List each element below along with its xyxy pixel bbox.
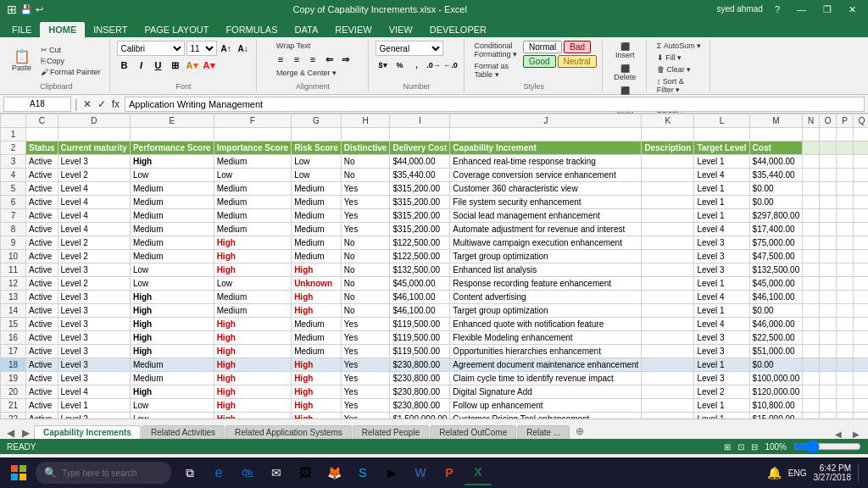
col-header-f[interactable]: F [214,114,291,128]
align-left-button[interactable]: ≡ [273,52,288,67]
fill-color-button[interactable]: A▾ [185,58,200,73]
start-button[interactable] [3,460,34,485]
insert-function-button[interactable]: fx [110,97,121,111]
fill-button[interactable]: ⬇ Fill ▾ [654,53,686,63]
border-button[interactable]: ⊞ [168,58,183,73]
quick-access-save[interactable]: 💾 [20,4,32,15]
tab-related-outcome[interactable]: Related OutCome [430,425,516,439]
currency-button[interactable]: $▾ [376,58,391,73]
number-format-select[interactable]: General [376,41,443,56]
format-table-button[interactable]: Format asTable ▾ [471,61,521,80]
tab-view[interactable]: VIEW [381,22,421,37]
close-button[interactable]: ✕ [843,4,861,15]
tab-review[interactable]: REVIEW [326,22,380,37]
add-sheet-button[interactable]: ⊕ [570,424,589,439]
italic-button[interactable]: I [134,58,149,73]
style-good-button[interactable]: Good [523,55,555,68]
conditional-formatting-button[interactable]: ConditionalFormatting ▾ [471,41,521,59]
tab-file[interactable]: FILE [3,22,40,37]
col-header-p[interactable]: P [837,114,854,128]
decrease-font-button[interactable]: A↓ [236,41,251,56]
sort-filter-button[interactable]: ↕ Sort &Filter ▾ [654,76,687,95]
delete-button[interactable]: ⬛ Delete [610,63,639,83]
col-header-o[interactable]: O [820,114,837,128]
notification-icon[interactable]: 🔔 [767,466,782,480]
tab-related-activities[interactable]: Related Activities [142,425,225,439]
search-input[interactable] [62,469,164,478]
view-normal-button[interactable]: ⊞ [724,442,731,452]
style-normal-button[interactable]: Normal [523,41,562,53]
font-family-select[interactable]: Calibri [117,41,185,56]
align-right-button[interactable]: ≡ [305,52,320,67]
col-header-i[interactable]: I [390,114,450,128]
col-header-l[interactable]: L [694,114,749,128]
firefox-button[interactable]: 🦊 [320,460,348,485]
col-header-j[interactable]: J [450,114,642,128]
show-desktop-button[interactable] [858,464,861,481]
decrease-decimal-button[interactable]: ←.0 [443,58,459,73]
col-header-m[interactable]: M [749,114,803,128]
cut-button[interactable]: ✂Cut [37,45,104,55]
indent-increase-button[interactable]: ⇒ [337,52,353,67]
spreadsheet-scroll[interactable]: C D E F G H I J K L M N O P Q R [0,114,868,419]
name-box[interactable] [3,97,71,112]
col-header-c[interactable]: C [26,114,58,128]
increase-decimal-button[interactable]: .0→ [426,58,442,73]
percent-button[interactable]: % [392,58,408,73]
font-color-button[interactable]: A▾ [202,58,217,73]
excel-taskbar-button[interactable]: X [465,460,492,485]
underline-button[interactable]: U [151,58,166,73]
copy-button[interactable]: ⎘Copy [37,56,104,66]
nav-left-button[interactable]: ◀ [3,427,18,439]
bold-button[interactable]: B [117,58,132,73]
col-header-q[interactable]: Q [854,114,868,128]
autosum-button[interactable]: Σ AutoSum ▾ [654,41,705,51]
clear-button[interactable]: 🗑 Clear ▾ [654,64,695,75]
tab-home[interactable]: HOME [40,22,85,37]
insert-button[interactable]: ⬛ Insert [612,41,638,61]
comma-button[interactable]: , [409,58,425,73]
skype-button[interactable]: S [349,460,376,485]
edge-button[interactable]: e [205,460,232,485]
powerpoint-button[interactable]: P [436,460,463,485]
align-center-button[interactable]: ≡ [289,52,304,67]
tab-related-people[interactable]: Related People [353,425,429,439]
wrap-text-button[interactable]: Wrap Text [273,41,314,51]
mail-button[interactable]: ✉ [263,460,290,485]
tab-data[interactable]: DATA [287,22,327,37]
tab-pagelayout[interactable]: PAGE LAYOUT [136,22,217,37]
font-size-select[interactable]: 11 [186,41,217,56]
nav-right-button[interactable]: ▶ [19,427,33,439]
col-header-n[interactable]: N [803,114,820,128]
paste-button[interactable]: 📋 Paste [8,48,35,74]
tab-formulas[interactable]: FORMULAS [217,22,286,37]
increase-font-button[interactable]: A↑ [219,41,234,56]
formula-input[interactable] [125,97,865,112]
col-header-d[interactable]: D [58,114,130,128]
tab-related-app-systems[interactable]: Related Application Systems [225,425,352,439]
word-button[interactable]: W [407,460,434,485]
zoom-slider[interactable] [793,441,861,452]
sheet-scroll-right[interactable]: ▶ [848,430,865,439]
merge-center-button[interactable]: Merge & Center ▾ [273,68,340,78]
indent-decrease-button[interactable]: ⇐ [321,52,337,67]
store-button[interactable]: 🛍 [234,460,261,485]
winamp-button[interactable]: ▶ [378,460,405,485]
col-header-g[interactable]: G [292,114,342,128]
cancel-formula-button[interactable]: ✕ [81,97,93,111]
col-header-k[interactable]: K [642,114,694,128]
confirm-formula-button[interactable]: ✓ [96,97,108,111]
style-bad-button[interactable]: Bad [564,41,591,53]
taskbar-search[interactable]: 🔍 [36,462,171,484]
view-pagebreak-button[interactable]: ⊟ [751,442,758,452]
help-button[interactable]: ? [770,4,785,15]
tab-insert[interactable]: INSERT [85,22,136,37]
photos-button[interactable]: 🖼 [292,460,319,485]
taskview-button[interactable]: ⧉ [176,460,203,485]
clock[interactable]: 6:42 PM 3/27/2018 [814,463,852,482]
language-button[interactable]: ENG [788,469,807,478]
sheet-scroll-left[interactable]: ◀ [830,430,847,439]
tab-capability-increments[interactable]: Capability Increments [34,425,141,439]
restore-button[interactable]: ❐ [818,4,837,15]
quick-access-undo[interactable]: ↩ [36,4,43,15]
